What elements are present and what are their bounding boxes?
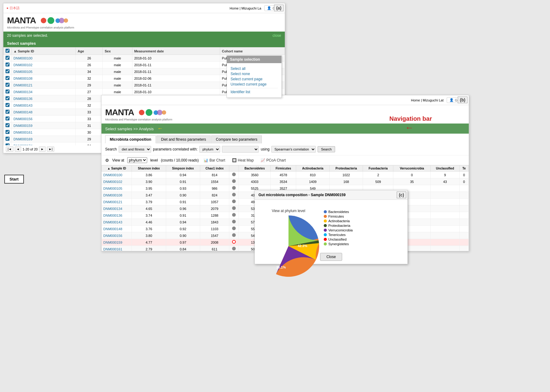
search-bar-b: Search diet and fitness parameters corre… (101, 143, 469, 155)
sample-id-link[interactable]: DNM000156 (102, 232, 132, 239)
sample-id-cell[interactable]: DNM000134 (12, 89, 76, 95)
next-page-btn[interactable]: ► (39, 147, 46, 152)
sample-id-cell[interactable]: DNM000148 (12, 109, 76, 116)
tab-diet[interactable]: Diet and fitness parameters (156, 135, 211, 143)
sample-id-link[interactable]: DNM000161 (102, 246, 132, 251)
prev-page-btn[interactable]: ◄ (15, 147, 21, 152)
th-simpson[interactable]: Simpson index (166, 166, 200, 172)
panel-c: (c) Gut microbiota composition - Sample … (254, 190, 408, 264)
nav-arrow-icon: ← (405, 123, 414, 133)
th-date[interactable]: Measurement date (132, 48, 220, 55)
last-page-btn[interactable]: ►| (47, 147, 55, 152)
pie-icon-cell[interactable] (229, 205, 239, 212)
first-page-btn[interactable]: |◄ (6, 147, 13, 152)
th-bacteroidetes[interactable]: Bacteroidetes (239, 166, 271, 172)
sample-id-cell[interactable]: DNM000136 (12, 95, 76, 102)
th-sample-id[interactable]: ▲ Sample ID (12, 48, 76, 55)
data-cell: 1057 (200, 199, 229, 205)
data-cell: 2 (363, 172, 393, 178)
th-actino[interactable]: Actinobacteria (296, 166, 330, 172)
data-cell: 4.65 (132, 205, 166, 212)
th-sid[interactable]: ▲ Sample ID (102, 166, 132, 172)
th-check[interactable] (4, 48, 12, 55)
pcoa-chart-button[interactable]: 📈 PCoA Chart (259, 158, 288, 163)
sample-id-cell[interactable]: DNM000159 (12, 122, 76, 129)
sample-id-link[interactable]: DNM000159 (102, 239, 132, 246)
sample-id-cell[interactable]: DNM000121 (12, 82, 76, 89)
sample-id-link[interactable]: DNM000134 (102, 205, 132, 212)
search-select1[interactable]: diet and fitness (119, 146, 151, 153)
sample-id-cell[interactable]: DNM000100 (12, 55, 76, 62)
pie-icon-cell[interactable] (229, 192, 239, 199)
search-button[interactable]: Search (318, 146, 335, 152)
search-select2[interactable]: phylum (199, 146, 220, 153)
section-header-a: Select samples (3, 40, 285, 47)
data-cell (460, 232, 469, 239)
sample-id-link[interactable]: DNM000136 (102, 212, 132, 219)
sample-id-link[interactable]: DNM000108 (102, 192, 132, 199)
sample-id-cell[interactable]: DNM000161 (12, 129, 76, 136)
pie-icon-cell[interactable] (229, 219, 239, 226)
sample-id-cell[interactable]: DNM000102 (12, 62, 76, 68)
sample-id-cell[interactable]: DNM000174 (12, 143, 76, 146)
pie-icon-cell[interactable] (229, 172, 239, 178)
data-cell: 4.46 (132, 219, 166, 226)
sample-id-link[interactable]: DNM000102 (102, 178, 132, 185)
sample-id-link[interactable]: DNM000148 (102, 226, 132, 232)
pie-icon-cell[interactable] (229, 232, 239, 239)
legend-firmicutes: Firmicutes (324, 215, 353, 218)
th-te[interactable]: Te (460, 166, 469, 172)
th-verruco[interactable]: Verrucomicrobia (393, 166, 430, 172)
sample-id-cell[interactable]: DNM000169 (12, 136, 76, 143)
table-cell: 2018-02-06 (132, 75, 220, 82)
th-shannon[interactable]: Shannon index (132, 166, 166, 172)
sample-id-cell[interactable]: DNM000108 (12, 75, 76, 82)
sample-id-cell[interactable]: DNM000156 (12, 116, 76, 122)
identifier-list-link[interactable]: Identifier list (231, 90, 278, 94)
pie-icon-cell[interactable] (229, 199, 239, 205)
tab-compare[interactable]: Compare two parameters (211, 135, 262, 143)
sample-id-link[interactable]: DNM000105 (102, 185, 132, 192)
data-cell: 3.95 (132, 185, 166, 192)
sample-id-link[interactable]: DNM000121 (102, 199, 132, 205)
view-level-select[interactable]: phylum (127, 157, 147, 163)
pie-icon-cell[interactable] (229, 178, 239, 185)
data-cell (430, 226, 459, 232)
pie-chart-svg (258, 215, 319, 277)
start-button[interactable]: Start (4, 175, 24, 184)
th-cohort[interactable]: Cohort name (220, 48, 285, 55)
th-proteo[interactable]: Proteobacteria (330, 166, 363, 172)
table-cell: 32 (76, 75, 103, 82)
select-all-link[interactable]: Select all (231, 67, 278, 71)
sample-id-cell[interactable]: DNM000105 (12, 68, 76, 75)
th-unclassified[interactable]: Unclassified (430, 166, 459, 172)
data-cell: 810 (296, 172, 330, 178)
unselect-current-link[interactable]: Unselect current page (231, 82, 278, 86)
data-cell: 1409 (296, 178, 330, 185)
tab-microbiota[interactable]: Microbiota composition (105, 135, 156, 143)
pie-icon-cell[interactable] (229, 239, 239, 246)
table-cell: 27 (76, 89, 103, 95)
pie-icon-cell[interactable] (229, 185, 239, 192)
search-select3[interactable] (222, 146, 259, 153)
close-button-c[interactable]: Close (320, 253, 342, 261)
bar-chart-button[interactable]: 📊 Bar Chart (202, 158, 227, 163)
select-current-link[interactable]: Select current page (231, 77, 278, 81)
data-cell (430, 219, 459, 226)
heat-map-button[interactable]: 🔲 Heat Map (230, 158, 256, 163)
settings-icon[interactable]: ⚙ (105, 158, 109, 163)
th-chao1[interactable]: Chao1 index (200, 166, 229, 172)
select-none-link[interactable]: Select none (231, 72, 278, 76)
th-age[interactable]: Age (76, 48, 103, 55)
th-sex[interactable]: Sex (103, 48, 132, 55)
sample-id-link[interactable]: DNM000100 (102, 172, 132, 178)
sample-id-cell[interactable]: DNM000143 (12, 102, 76, 109)
pie-icon-cell[interactable] (229, 246, 239, 251)
sample-id-link[interactable]: DNM000143 (102, 219, 132, 226)
search-select4[interactable]: Spearman's correlation (271, 146, 316, 153)
pie-icon-cell[interactable] (229, 226, 239, 232)
pie-icon-cell[interactable] (229, 212, 239, 219)
th-firmicutes[interactable]: Firmicutes (271, 166, 296, 172)
th-fuso[interactable]: Fusobacteria (363, 166, 393, 172)
close-link[interactable]: close (273, 33, 281, 38)
